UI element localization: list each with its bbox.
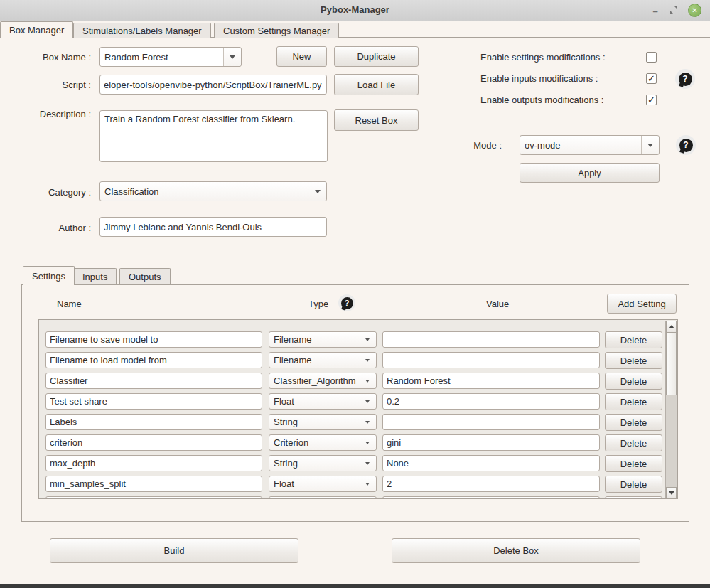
delete-setting-button[interactable]: Delete: [605, 455, 662, 472]
settings-scroll-area: FilenameDeleteFilenameDeleteClassifier_A…: [38, 319, 678, 499]
setting-type-combobox[interactable]: Classifier_Algorithm: [269, 373, 377, 389]
setting-value-input[interactable]: [382, 476, 600, 492]
setting-row: CriterionDelete: [39, 432, 677, 453]
vertical-scrollbar[interactable]: [665, 321, 677, 499]
setting-row: FloatDelete: [39, 474, 677, 494]
chevron-down-icon: [359, 359, 376, 362]
settings-panel: Name Type ? Value Add Setting FilenameDe…: [21, 284, 689, 522]
setting-type-value: Float: [269, 479, 359, 489]
tab-box-manager-label: Box Manager: [9, 25, 64, 36]
build-button[interactable]: Build: [50, 538, 298, 563]
setting-type-value: Filename: [269, 334, 359, 345]
enable-outputs-label: Enable outputs modifications :: [480, 95, 603, 105]
enable-outputs-checkbox[interactable]: ✓: [646, 95, 657, 105]
setting-type-combobox[interactable]: Filename: [269, 331, 377, 348]
setting-name-input[interactable]: [45, 455, 262, 471]
setting-type-combobox[interactable]: Float: [269, 476, 377, 492]
enable-inputs-checkbox[interactable]: ✓: [646, 73, 657, 84]
delete-setting-button[interactable]: Delete: [605, 393, 662, 410]
type-help-icon[interactable]: ?: [338, 294, 355, 311]
setting-name-input[interactable]: [45, 393, 262, 410]
box-name-combobox[interactable]: Random Forest: [99, 47, 242, 67]
setting-name-input[interactable]: [45, 496, 262, 499]
column-type-header: Type: [308, 299, 328, 309]
modifications-help-icon[interactable]: ?: [675, 69, 695, 89]
title-bar: Pybox-Manager – ✕: [0, 0, 710, 21]
setting-value-input[interactable]: [382, 455, 600, 471]
duplicate-button[interactable]: Duplicate: [334, 46, 419, 67]
setting-type-value: String: [269, 458, 359, 469]
delete-setting-button[interactable]: Delete: [605, 352, 662, 369]
setting-type-combobox[interactable]: String: [269, 455, 377, 471]
add-setting-button[interactable]: Add Setting: [607, 294, 677, 314]
enable-settings-label: Enable settings modifications :: [480, 52, 606, 63]
chevron-down-icon: [359, 442, 376, 444]
apply-button[interactable]: Apply: [520, 163, 660, 183]
tab-inputs[interactable]: Inputs: [73, 268, 117, 285]
delete-setting-button[interactable]: Delete: [605, 331, 662, 348]
category-value: Classification: [100, 186, 309, 197]
tab-outputs[interactable]: Outputs: [119, 268, 171, 285]
modifications-divider: [441, 114, 710, 114]
tab-settings-label: Settings: [32, 271, 65, 282]
setting-type-combobox[interactable]: Criterion: [269, 434, 377, 451]
mode-help-icon[interactable]: ?: [676, 135, 696, 155]
author-input[interactable]: [99, 217, 327, 237]
script-input[interactable]: [99, 75, 327, 95]
setting-type-value: Criterion: [269, 437, 359, 448]
setting-type-combobox[interactable]: String: [269, 414, 377, 430]
tab-stimulations-labels-manager[interactable]: Stimulations/Labels Manager: [73, 23, 211, 38]
question-mark-icon: ?: [341, 297, 353, 309]
setting-value-input[interactable]: [382, 414, 600, 430]
enable-inputs-label: Enable inputs modifications :: [480, 73, 598, 84]
minimize-button[interactable]: –: [648, 4, 662, 18]
description-textarea[interactable]: Train a Random Forest classifier from Sk…: [99, 110, 328, 162]
setting-type-value: Classifier_Algorithm: [269, 375, 359, 386]
setting-type-combobox[interactable]: Filename: [269, 352, 377, 368]
right-panel-divider: [441, 38, 441, 284]
chevron-down-icon: [642, 144, 659, 147]
delete-setting-button[interactable]: Delete: [605, 373, 662, 390]
tab-custom-settings-manager[interactable]: Custom Settings Manager: [214, 23, 339, 38]
delete-setting-button[interactable]: Delete: [605, 496, 662, 499]
delete-box-button[interactable]: Delete Box: [392, 538, 640, 563]
scroll-up-icon[interactable]: [666, 321, 677, 333]
reset-box-button[interactable]: Reset Box: [334, 109, 419, 131]
question-mark-icon: ?: [679, 139, 693, 152]
scroll-down-icon[interactable]: [666, 487, 677, 499]
setting-type-combobox[interactable]: Float: [269, 496, 377, 499]
enable-settings-checkbox[interactable]: [646, 52, 657, 63]
app-window: Pybox-Manager – ✕ Box Manager Stimulatio…: [0, 0, 710, 588]
chevron-down-icon: [359, 462, 376, 465]
setting-name-input[interactable]: [45, 434, 262, 451]
setting-value-input[interactable]: [382, 393, 600, 410]
mode-combobox[interactable]: ov-mode: [520, 135, 660, 155]
scrollbar-thumb[interactable]: [666, 333, 677, 395]
setting-name-input[interactable]: [45, 331, 262, 348]
setting-value-input[interactable]: [382, 331, 600, 348]
delete-setting-button[interactable]: Delete: [605, 476, 662, 493]
box-name-value: Random Forest: [100, 48, 223, 66]
setting-value-input[interactable]: [382, 373, 600, 389]
chevron-down-icon[interactable]: [224, 55, 241, 59]
delete-setting-button[interactable]: Delete: [605, 414, 662, 431]
setting-value-input[interactable]: [382, 496, 600, 499]
close-button[interactable]: ✕: [688, 4, 701, 17]
category-combobox[interactable]: Classification: [99, 181, 327, 201]
setting-value-input[interactable]: [382, 434, 600, 451]
delete-setting-button[interactable]: Delete: [605, 434, 662, 451]
setting-value-input[interactable]: [382, 352, 600, 368]
load-file-button[interactable]: Load File: [334, 74, 419, 95]
tab-box-manager[interactable]: Box Manager: [0, 21, 73, 38]
tab-settings[interactable]: Settings: [23, 266, 75, 285]
setting-name-input[interactable]: [45, 352, 262, 368]
setting-name-input[interactable]: [45, 414, 262, 430]
restore-button[interactable]: [667, 4, 681, 18]
box-name-label: Box Name :: [14, 52, 91, 63]
setting-type-combobox[interactable]: Float: [269, 393, 377, 410]
chevron-down-icon: [309, 190, 326, 193]
tab-custom-settings-label: Custom Settings Manager: [223, 26, 330, 36]
setting-name-input[interactable]: [45, 373, 262, 389]
setting-name-input[interactable]: [45, 476, 262, 492]
new-button[interactable]: New: [276, 46, 327, 67]
